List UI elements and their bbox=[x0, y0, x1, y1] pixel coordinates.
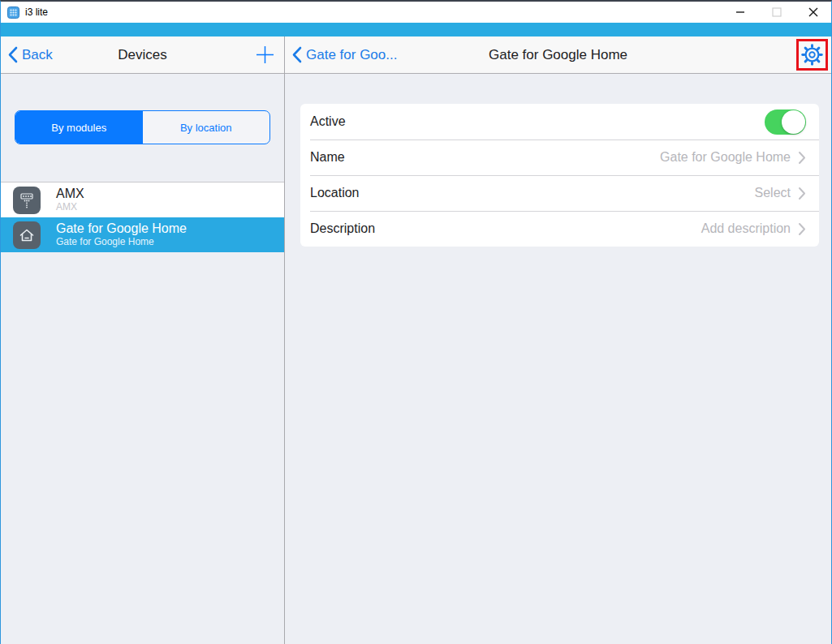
toggle-knob bbox=[782, 110, 805, 134]
device-subtitle: AMX bbox=[56, 202, 84, 213]
device-title: Gate for Google Home bbox=[56, 221, 187, 236]
main-body: Back Devices By modules By location bbox=[1, 36, 831, 644]
devices-panel: Back Devices By modules By location bbox=[1, 36, 285, 644]
device-title: AMX bbox=[56, 187, 84, 201]
detail-header: Gate for Goo... Gate for Google Home bbox=[285, 36, 831, 74]
filter-segmented-control: By modules By location bbox=[15, 110, 270, 144]
app-icon bbox=[7, 6, 19, 19]
description-value: Add description bbox=[701, 221, 791, 236]
device-list: AMX AMX bbox=[1, 182, 284, 252]
chevron-left-icon bbox=[292, 46, 302, 63]
plus-icon bbox=[256, 45, 274, 64]
chevron-right-icon bbox=[798, 151, 806, 165]
detail-back-button[interactable]: Gate for Goo... bbox=[292, 36, 397, 73]
accent-strip bbox=[1, 23, 831, 36]
maximize-button[interactable] bbox=[758, 2, 795, 23]
keypad-icon bbox=[13, 187, 41, 214]
location-label: Location bbox=[310, 186, 360, 200]
window-controls bbox=[722, 2, 831, 23]
minimize-button[interactable] bbox=[722, 2, 758, 23]
active-label: Active bbox=[310, 114, 346, 129]
back-label: Back bbox=[22, 47, 53, 63]
maximize-icon bbox=[772, 7, 782, 17]
active-row: Active bbox=[300, 104, 819, 140]
segment-by-modules[interactable]: By modules bbox=[15, 111, 143, 144]
device-row-amx[interactable]: AMX AMX bbox=[1, 182, 284, 217]
name-row[interactable]: Name Gate for Google Home bbox=[300, 140, 819, 175]
back-button[interactable]: Back bbox=[8, 36, 53, 73]
titlebar: i3 lite bbox=[1, 2, 831, 23]
detail-content: Active Name Gate for Google Home Locatio… bbox=[285, 74, 831, 644]
minimize-icon bbox=[735, 7, 745, 17]
location-row[interactable]: Location Select bbox=[300, 175, 819, 211]
active-toggle[interactable] bbox=[765, 109, 806, 135]
app-window: i3 lite bbox=[0, 0, 832, 644]
name-value: Gate for Google Home bbox=[660, 150, 791, 165]
device-settings-card: Active Name Gate for Google Home Locatio… bbox=[300, 104, 819, 247]
window-title: i3 lite bbox=[25, 6, 48, 18]
gear-icon bbox=[801, 44, 823, 66]
device-detail-panel: Gate for Goo... Gate for Google Home bbox=[285, 36, 831, 644]
add-device-button[interactable] bbox=[256, 36, 274, 73]
chevron-left-icon bbox=[8, 46, 18, 63]
location-value: Select bbox=[755, 186, 791, 200]
chevron-right-icon bbox=[798, 222, 806, 236]
settings-button[interactable] bbox=[801, 44, 823, 66]
name-label: Name bbox=[310, 150, 345, 165]
description-row[interactable]: Description Add description bbox=[300, 211, 819, 247]
home-icon bbox=[13, 221, 41, 249]
chevron-right-icon bbox=[798, 187, 806, 200]
device-row-gate-for-google-home[interactable]: Gate for Google Home Gate for Google Hom… bbox=[1, 217, 284, 252]
segment-by-location[interactable]: By location bbox=[143, 111, 270, 144]
settings-highlight-box bbox=[796, 39, 828, 71]
close-button[interactable] bbox=[795, 2, 831, 23]
close-icon bbox=[808, 7, 818, 17]
device-subtitle: Gate for Google Home bbox=[56, 237, 187, 248]
description-label: Description bbox=[310, 221, 375, 236]
devices-header: Back Devices bbox=[1, 36, 284, 74]
detail-back-label: Gate for Goo... bbox=[306, 47, 397, 63]
